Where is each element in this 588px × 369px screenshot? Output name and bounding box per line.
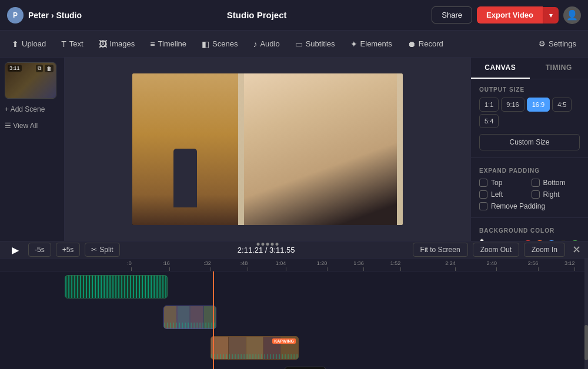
timeline-icon: ≡ [150, 39, 155, 49]
kapwing-badge: KAPWING [272, 338, 296, 344]
split-label: Split [99, 246, 113, 254]
toolbar-timeline-label: Timeline [158, 39, 186, 48]
scene-delete-button[interactable]: 🗑 [45, 65, 54, 72]
padding-bottom-checkbox[interactable] [532, 179, 540, 187]
export-video-button[interactable]: Export Video [477, 6, 543, 24]
padding-bottom-item[interactable]: Bottom [532, 179, 580, 187]
swatch-dark[interactable] [559, 240, 568, 241]
zoom-in-button[interactable]: Zoom In [524, 243, 565, 257]
ruler-label-104: 1:04 [276, 260, 286, 266]
swatch-orange[interactable] [535, 240, 544, 241]
upload-icon: ⬆ [12, 39, 19, 49]
ratio-4-5[interactable]: 4:5 [552, 98, 572, 112]
tab-timing[interactable]: TIMING [530, 58, 589, 79]
toolbar-record[interactable]: ⏺ Record [400, 36, 450, 52]
person-silhouette [244, 73, 397, 225]
expand-padding-section: EXPAND PADDING Top Bottom Left Right [471, 160, 588, 215]
user-avatar-icon[interactable]: 👤 [563, 6, 581, 24]
track-row-1 [65, 271, 588, 302]
play-button[interactable]: ▶ [7, 241, 24, 258]
padding-bottom-label: Bottom [543, 179, 566, 187]
output-size-section: OUTPUT SIZE 1:1 9:16 16:9 4:5 5:4 Custom… [471, 79, 588, 155]
toolbar-elements[interactable]: ✦ Elements [343, 36, 399, 52]
ruler-label-16: :16 [162, 260, 170, 266]
split-button[interactable]: ✂ Split [85, 243, 119, 257]
track-row-3: KAPWING [65, 333, 588, 363]
toolbar-text[interactable]: T Text [54, 36, 90, 52]
ratio-5-4[interactable]: 5:4 [479, 114, 499, 128]
toolbar-upload[interactable]: ⬆ Upload [5, 36, 53, 52]
breadcrumb-app: Studio [56, 11, 82, 20]
padding-top-item[interactable]: Top [479, 179, 528, 187]
color-preview[interactable] [479, 239, 485, 241]
scrollbar-thumb[interactable] [584, 325, 588, 360]
fit-screen-button[interactable]: Fit to Screen [413, 243, 468, 257]
padding-left-checkbox[interactable] [479, 190, 487, 199]
scene-copy-button[interactable]: ⧉ [36, 65, 43, 72]
add-scene-button[interactable]: + Add Scene [5, 103, 59, 115]
scene-icon-group: ⧉ 🗑 [36, 65, 54, 72]
timeline-time: 2:11.21 / 3:11.55 [125, 246, 408, 254]
toolbar-images-label: Images [110, 39, 135, 48]
eyedropper-icon[interactable]: ✏ [509, 240, 516, 241]
breadcrumb-user: Peter [28, 11, 49, 20]
swatch-green[interactable] [570, 240, 580, 241]
top-bar-right: Share Export Video ▾ 👤 [432, 6, 581, 24]
text-icon: T [61, 39, 66, 49]
clip-video-4[interactable] [285, 367, 326, 369]
ratio-16-9[interactable]: 16:9 [527, 98, 550, 112]
canvas-drag-handle[interactable] [257, 243, 279, 246]
timeline-ruler: :0 :16 :32 :48 1:04 1:20 1:36 1:52 2:24 … [0, 259, 588, 271]
toolbar-scenes[interactable]: ◧ Scenes [195, 36, 245, 52]
padding-right-checkbox[interactable] [532, 190, 540, 199]
ruler-label-256: 2:56 [528, 260, 539, 266]
scene-thumbnail[interactable]: 3:11 ⧉ 🗑 [5, 62, 56, 99]
toolbar-upload-label: Upload [22, 39, 46, 48]
ratio-1-1[interactable]: 1:1 [479, 98, 499, 112]
person-figure [173, 149, 197, 207]
toolbar-audio[interactable]: ♪ Audio [246, 36, 286, 52]
view-all-button[interactable]: ☰ View All [5, 120, 59, 132]
divider-2 [471, 217, 588, 218]
breadcrumb: Peter › Studio [28, 11, 82, 20]
ratio-9-16[interactable]: 9:16 [501, 98, 524, 112]
padding-right-item[interactable]: Right [532, 190, 580, 199]
remove-padding-label: Remove Padding [491, 202, 545, 210]
padding-top-checkbox[interactable] [479, 179, 487, 187]
zoom-out-button[interactable]: Zoom Out [473, 243, 519, 257]
divider-1 [471, 157, 588, 158]
settings-button[interactable]: ⚙ Settings [532, 36, 583, 52]
scene-time: 3:11 [8, 65, 22, 72]
record-icon: ⏺ [407, 39, 416, 49]
timeline-tracks: KAPWING [0, 271, 588, 369]
skip-forward-button[interactable]: +5s [56, 243, 81, 257]
export-chevron-button[interactable]: ▾ [543, 7, 559, 24]
timeline: ▶ -5s +5s ✂ Split 2:11.21 / 3:11.55 Fit … [0, 241, 588, 369]
swatch-blue[interactable] [547, 240, 556, 241]
current-time: 2:11.21 [238, 246, 263, 254]
custom-size-button[interactable]: Custom Size [479, 134, 580, 150]
scrollbar[interactable] [584, 259, 588, 369]
ratio-buttons: 1:1 9:16 16:9 4:5 5:4 [479, 98, 580, 128]
share-button[interactable]: Share [432, 6, 472, 24]
padding-left-label: Left [491, 190, 503, 199]
swatch-red[interactable] [523, 240, 533, 241]
background-color-section: BACKGROUND COLOR #ffffff ✏ [471, 220, 588, 241]
clip-audio-1[interactable] [65, 275, 168, 298]
padding-left-item[interactable]: Left [479, 190, 528, 199]
ruler-label-32: :32 [203, 260, 211, 266]
top-bar-left: P Peter › Studio [7, 7, 82, 24]
toolbar-subtitles[interactable]: ▭ Subtitles [288, 36, 342, 52]
clip-video-2[interactable] [163, 306, 216, 329]
remove-padding-item[interactable]: Remove Padding [479, 202, 580, 210]
close-timeline-button[interactable]: ✕ [572, 243, 581, 256]
clip-video-3[interactable]: KAPWING [211, 336, 299, 360]
toolbar-timeline[interactable]: ≡ Timeline [143, 36, 193, 52]
bg-color-row: #ffffff ✏ [479, 239, 580, 241]
tab-canvas[interactable]: CANVAS [471, 58, 530, 79]
remove-padding-checkbox[interactable] [479, 202, 487, 210]
toolbar-scenes-label: Scenes [212, 39, 238, 48]
toolbar-images[interactable]: 🖼 Images [92, 36, 142, 52]
skip-back-button[interactable]: -5s [28, 243, 51, 257]
color-swatches [523, 240, 580, 241]
